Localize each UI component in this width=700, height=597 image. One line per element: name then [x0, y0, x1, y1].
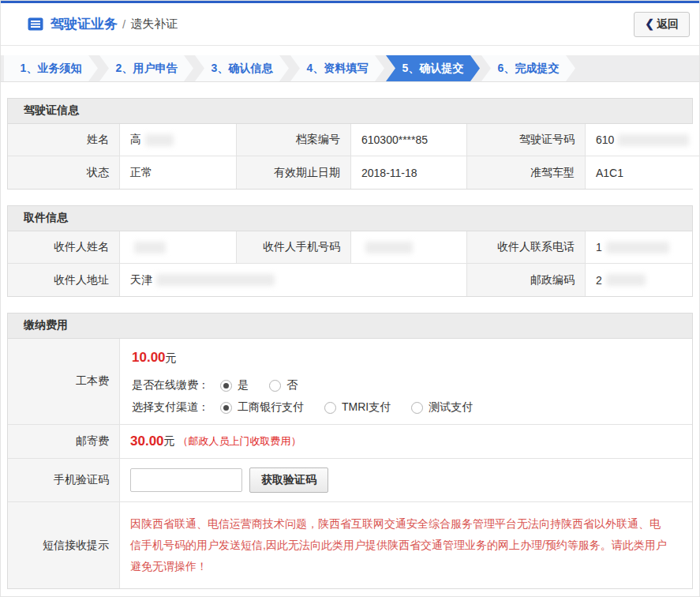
status-value: 正常 [120, 156, 237, 189]
chevron-left-icon: ❮ [645, 17, 654, 30]
production-fee-label: 工本费 [8, 339, 120, 425]
sms-code-input[interactable] [130, 468, 242, 492]
sms-notice-text: 因陕西省联通、电信运营商技术问题，陕西省互联网交通安全综合服务管理平台无法向持陕… [130, 511, 682, 580]
license-number-redaction [618, 134, 689, 146]
file-number-value: 610300****85 [351, 124, 467, 156]
sms-notice-label: 短信接收提示 [8, 502, 120, 588]
recipient-phone-label: 收件人联系电话 [467, 231, 586, 264]
license-list-icon [28, 17, 43, 31]
vehicle-class-value: A1C1 [586, 156, 699, 189]
production-fee-cell: 10.00元 是否在线缴费： 是 否 选择支付渠道： 工商银行支付 TMRI支付… [120, 339, 692, 425]
mail-fee-amount: 30.00 [130, 434, 164, 449]
recipient-mobile-value [351, 231, 467, 264]
step-3-confirm-info[interactable]: 3、确认信息 [195, 55, 289, 81]
recipient-name-redaction [134, 242, 166, 253]
radio-checked-icon[interactable] [220, 402, 232, 414]
get-code-button[interactable]: 获取验证码 [249, 467, 328, 493]
recipient-name-value [120, 231, 237, 264]
online-pay-no-option[interactable]: 否 [269, 378, 298, 392]
channel-icbc-option[interactable]: 工商银行支付 [220, 400, 304, 415]
vehicle-class-label: 准驾车型 [467, 156, 586, 189]
recipient-mobile-label: 收件人手机号码 [237, 231, 351, 264]
online-pay-no-label: 否 [286, 378, 298, 392]
channel-tmri-option[interactable]: TMRI支付 [324, 400, 391, 415]
channel-tmri-label: TMRI支付 [342, 400, 391, 415]
pickup-section-title: 取件信息 [8, 206, 692, 231]
postal-code-redaction [606, 274, 646, 286]
sms-code-cell: 获取验证码 [120, 459, 692, 502]
radio-unchecked-icon[interactable] [411, 402, 423, 414]
page-header: 驾驶证业务 / 遗失补证 ❮返回 [1, 3, 699, 46]
channel-test-option[interactable]: 测试支付 [411, 400, 473, 415]
wizard-step-bar: 1、业务须知 2、用户申告 3、确认信息 4、资料填写 5、确认提交 6、完成提… [1, 55, 699, 82]
license-number-value: 610 [586, 124, 699, 156]
name-label: 姓名 [8, 124, 120, 156]
recipient-mobile-redaction [365, 242, 413, 253]
postal-code-label: 邮政编码 [467, 264, 586, 296]
step-1-business-notice[interactable]: 1、业务须知 [4, 55, 98, 81]
step-5-confirm-submit[interactable]: 5、确认提交 [386, 55, 480, 81]
page-title: 驾驶证业务 [51, 15, 118, 33]
license-info-section: 驾驶证信息 姓名 高 档案编号 610300****85 驾驶证号码 610 状… [7, 98, 693, 190]
back-button-label: 返回 [657, 17, 679, 30]
production-fee-unit: 元 [166, 351, 177, 364]
recipient-name-label: 收件人姓名 [8, 231, 120, 264]
valid-until-label: 有效期止日期 [237, 156, 351, 189]
step-6-complete-submit[interactable]: 6、完成提交 [481, 55, 575, 81]
radio-checked-icon[interactable] [220, 380, 232, 392]
sms-code-label: 手机验证码 [8, 459, 120, 502]
recipient-address-redaction [156, 274, 275, 286]
online-pay-yes-label: 是 [238, 378, 249, 392]
mail-fee-cell: 30.00元（邮政人员上门收取费用） [120, 425, 692, 459]
channel-icbc-label: 工商银行支付 [238, 400, 304, 415]
name-redaction [145, 134, 174, 146]
breadcrumb-separator: / [122, 17, 125, 31]
breadcrumb-current: 遗失补证 [130, 17, 178, 32]
production-fee-amount: 10.00 [132, 350, 166, 365]
mail-fee-note: （邮政人员上门收取费用） [178, 434, 301, 449]
valid-until-value: 2018-11-18 [351, 156, 467, 189]
radio-unchecked-icon[interactable] [269, 380, 281, 392]
step-2-user-declaration[interactable]: 2、用户申告 [99, 55, 193, 81]
license-section-title: 驾驶证信息 [8, 99, 692, 124]
mail-fee-label: 邮寄费 [8, 425, 120, 459]
step-4-fill-data[interactable]: 4、资料填写 [290, 55, 384, 81]
recipient-address-value: 天津 [120, 264, 467, 296]
name-value: 高 [120, 124, 237, 156]
recipient-address-label: 收件人地址 [8, 264, 120, 296]
recipient-phone-redaction [606, 242, 669, 253]
fees-section-title: 缴纳费用 [8, 314, 692, 339]
file-number-label: 档案编号 [237, 124, 351, 156]
postal-code-value: 2 [586, 264, 692, 296]
sms-notice-cell: 因陕西省联通、电信运营商技术问题，陕西省互联网交通安全综合服务管理平台无法向持陕… [120, 502, 692, 588]
payment-channel-question: 选择支付渠道： [132, 400, 209, 415]
license-number-label: 驾驶证号码 [467, 124, 586, 156]
back-button[interactable]: ❮返回 [634, 12, 690, 37]
status-label: 状态 [8, 156, 120, 189]
mail-fee-unit: 元 [164, 434, 175, 449]
recipient-phone-value: 1 [586, 231, 692, 264]
channel-test-label: 测试支付 [429, 400, 473, 415]
fees-section: 缴纳费用 工本费 10.00元 是否在线缴费： 是 否 选择支付渠道： 工商银行… [7, 313, 693, 589]
radio-unchecked-icon[interactable] [324, 402, 336, 414]
pickup-info-section: 取件信息 收件人姓名 收件人手机号码 收件人联系电话 1 收件人地址 天津 邮政… [7, 205, 693, 297]
online-pay-yes-option[interactable]: 是 [220, 378, 249, 392]
online-pay-question: 是否在线缴费： [132, 378, 209, 392]
